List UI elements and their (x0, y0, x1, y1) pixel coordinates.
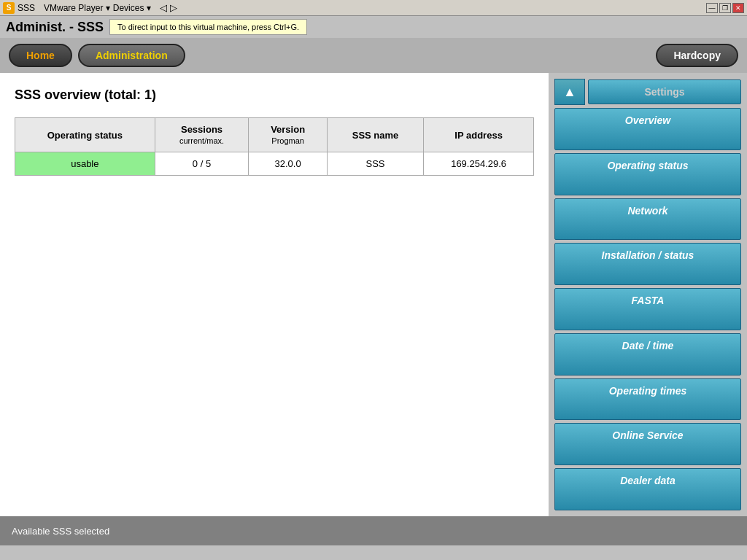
window-controls: — ❐ ✕ (706, 3, 744, 13)
status-bar: Available SSS selected (0, 516, 747, 545)
right-sidebar: ▲ Settings Overview Operating status Net… (549, 73, 747, 516)
title-bar: S SSS VMware Player ▾ Devices ▾ ◁ ▷ — ❐ … (0, 0, 747, 16)
menu-devices[interactable]: Devices ▾ (113, 3, 151, 13)
sidebar-item-online-service[interactable]: Online Service (554, 423, 741, 465)
home-button[interactable]: Home (9, 44, 72, 67)
nav-bar: Home Administration Hardcopy (0, 38, 747, 73)
sidebar-item-operating-status[interactable]: Operating status (554, 153, 741, 195)
col-version: Version Progman (249, 118, 328, 152)
app-title: Administ. - SSS (6, 20, 104, 35)
back-icon[interactable]: ◁ (160, 2, 167, 13)
sidebar-item-dealer-data[interactable]: Dealer data (554, 468, 741, 510)
minimize-button[interactable]: — (706, 3, 718, 13)
sidebar-item-operating-times[interactable]: Operating times (554, 378, 741, 421)
cell-ip-address: 169.254.29.6 (424, 152, 534, 176)
status-text: Available SSS selected (12, 526, 109, 537)
app-header: Administ. - SSS To direct input to this … (0, 16, 747, 38)
sidebar-item-installation-status[interactable]: Installation / status (554, 243, 741, 285)
cell-operating-status: usable (15, 152, 155, 176)
sidebar-item-date-time[interactable]: Date / time (554, 333, 741, 376)
col-sss-name: SSS name (327, 118, 423, 152)
menu-vmware[interactable]: VMware Player ▾ (44, 3, 110, 13)
app-icon: S (3, 2, 15, 14)
hardcopy-button[interactable]: Hardcopy (656, 44, 738, 67)
sss-table: Operating status Sessions current/max. V… (15, 117, 534, 176)
title-bar-left: S SSS VMware Player ▾ Devices ▾ ◁ ▷ (3, 2, 177, 14)
administration-button[interactable]: Administration (78, 44, 185, 67)
col-operating-status: Operating status (15, 118, 155, 152)
app-window: Administ. - SSS To direct input to this … (0, 16, 747, 545)
col-ip-address: IP address (424, 118, 534, 152)
sidebar-item-settings[interactable]: Settings (588, 79, 741, 104)
restore-button[interactable]: ❐ (719, 3, 731, 13)
close-button[interactable]: ✕ (732, 3, 744, 13)
table-header-row: Operating status Sessions current/max. V… (15, 118, 534, 152)
forward-icon[interactable]: ▷ (170, 2, 177, 13)
sidebar-header-row: ▲ Settings (554, 79, 741, 105)
tooltip-box: To direct input to this virtual machine,… (109, 19, 307, 35)
table-row: usable 0 / 5 32.0.0 SSS 169.254.29.6 (15, 152, 534, 176)
main-content: SSS overview (total: 1) Operating status… (0, 73, 747, 516)
sidebar-item-network[interactable]: Network (554, 198, 741, 241)
cell-sessions: 0 / 5 (155, 152, 249, 176)
sidebar-item-overview[interactable]: Overview (554, 108, 741, 150)
sidebar-item-fasta[interactable]: FASTA (554, 288, 741, 330)
cell-sss-name: SSS (327, 152, 423, 176)
page-title: SSS overview (total: 1) (15, 88, 534, 103)
col-sessions: Sessions current/max. (155, 118, 249, 152)
sidebar-up-button[interactable]: ▲ (554, 79, 585, 105)
cell-version: 32.0.0 (249, 152, 328, 176)
title-bar-title: SSS (18, 3, 35, 13)
left-panel: SSS overview (total: 1) Operating status… (0, 73, 549, 516)
